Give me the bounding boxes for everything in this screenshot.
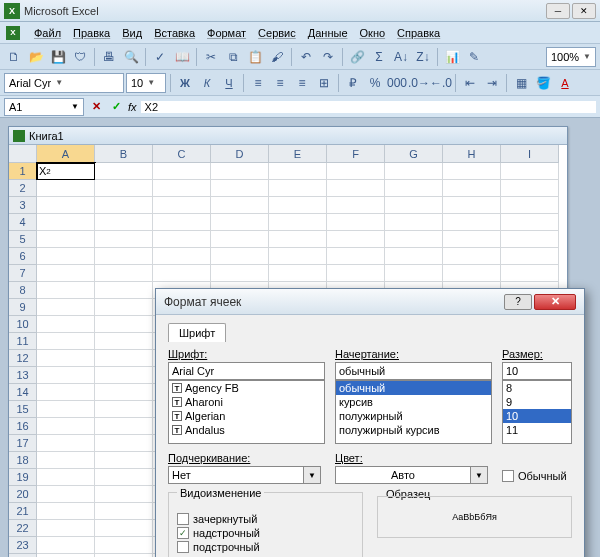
workbook-titlebar[interactable]: Книга1	[9, 127, 567, 145]
cell[interactable]	[443, 163, 501, 180]
menu-view[interactable]: Вид	[122, 27, 142, 39]
dialog-close-button[interactable]: ✕	[534, 294, 576, 310]
cell[interactable]	[501, 180, 559, 197]
decrease-indent-icon[interactable]: ⇤	[460, 73, 480, 93]
decrease-decimal-icon[interactable]: ←.0	[431, 73, 451, 93]
cell[interactable]	[95, 452, 153, 469]
cell[interactable]	[37, 503, 95, 520]
cell[interactable]	[269, 265, 327, 282]
cell[interactable]	[37, 384, 95, 401]
redo-icon[interactable]: ↷	[318, 47, 338, 67]
font-name-combo[interactable]: Arial Cyr▼	[4, 73, 124, 93]
cell[interactable]	[95, 520, 153, 537]
cell[interactable]	[95, 435, 153, 452]
cell[interactable]	[37, 520, 95, 537]
list-item[interactable]: полужирный курсив	[336, 423, 491, 437]
underline-dropdown[interactable]: ▼	[168, 466, 321, 484]
col-header[interactable]: I	[501, 145, 559, 163]
dropdown-arrow-icon[interactable]: ▼	[303, 466, 321, 484]
cell[interactable]	[95, 537, 153, 554]
cell[interactable]	[501, 214, 559, 231]
row-header[interactable]: 15	[9, 401, 37, 418]
cell[interactable]	[37, 248, 95, 265]
cell[interactable]	[327, 214, 385, 231]
autosum-icon[interactable]: Σ	[369, 47, 389, 67]
underline-icon[interactable]: Ч	[219, 73, 239, 93]
cell[interactable]	[269, 180, 327, 197]
format-painter-icon[interactable]: 🖌	[267, 47, 287, 67]
cell[interactable]	[95, 384, 153, 401]
font-size-combo[interactable]: 10▼	[126, 73, 166, 93]
row-header[interactable]: 12	[9, 350, 37, 367]
list-item[interactable]: 11	[503, 423, 571, 437]
cell[interactable]	[95, 248, 153, 265]
col-header[interactable]: B	[95, 145, 153, 163]
row-header[interactable]: 21	[9, 503, 37, 520]
cell[interactable]	[153, 214, 211, 231]
minimize-button[interactable]: ─	[546, 3, 570, 19]
name-box[interactable]: A1 ▼	[4, 98, 84, 116]
cell[interactable]	[211, 248, 269, 265]
font-color-icon[interactable]: A	[555, 73, 575, 93]
tab-font[interactable]: Шрифт	[168, 323, 226, 342]
cell[interactable]	[153, 180, 211, 197]
cell[interactable]	[37, 299, 95, 316]
row-header[interactable]: 6	[9, 248, 37, 265]
cell[interactable]	[37, 214, 95, 231]
list-item[interactable]: TAlgerian	[169, 409, 324, 423]
col-header[interactable]: A	[37, 145, 95, 163]
row-header[interactable]: 8	[9, 282, 37, 299]
row-header[interactable]: 11	[9, 333, 37, 350]
col-header[interactable]: H	[443, 145, 501, 163]
row-header[interactable]: 5	[9, 231, 37, 248]
cell[interactable]	[95, 503, 153, 520]
cell[interactable]	[37, 316, 95, 333]
font-listbox[interactable]: TAgency FBTAharoniTAlgerianTAndalus	[168, 380, 325, 444]
cell[interactable]	[385, 231, 443, 248]
cell[interactable]	[327, 180, 385, 197]
row-header[interactable]: 14	[9, 384, 37, 401]
row-header[interactable]: 16	[9, 418, 37, 435]
dialog-help-button[interactable]: ?	[504, 294, 532, 310]
list-item[interactable]: полужирный	[336, 409, 491, 423]
cell[interactable]	[37, 282, 95, 299]
cell[interactable]	[37, 333, 95, 350]
row-header[interactable]: 20	[9, 486, 37, 503]
list-item[interactable]: TAharoni	[169, 395, 324, 409]
excel-doc-icon[interactable]: X	[6, 26, 20, 40]
list-item[interactable]: 9	[503, 395, 571, 409]
cell[interactable]	[95, 418, 153, 435]
col-header[interactable]: F	[327, 145, 385, 163]
open-icon[interactable]: 📂	[26, 47, 46, 67]
cell[interactable]	[269, 163, 327, 180]
formula-input[interactable]: X2	[141, 101, 596, 113]
cell[interactable]	[95, 231, 153, 248]
align-center-icon[interactable]: ≡	[270, 73, 290, 93]
row-header[interactable]: 9	[9, 299, 37, 316]
row-header[interactable]: 18	[9, 452, 37, 469]
copy-icon[interactable]: ⧉	[223, 47, 243, 67]
select-all-corner[interactable]	[9, 145, 37, 163]
fill-color-icon[interactable]: 🪣	[533, 73, 553, 93]
cell[interactable]	[501, 163, 559, 180]
cell[interactable]	[443, 180, 501, 197]
color-dropdown[interactable]: ▼	[335, 466, 488, 484]
print-icon[interactable]: 🖶	[99, 47, 119, 67]
row-header[interactable]: 13	[9, 367, 37, 384]
cell[interactable]	[327, 231, 385, 248]
cell[interactable]	[269, 197, 327, 214]
col-header[interactable]: D	[211, 145, 269, 163]
col-header[interactable]: G	[385, 145, 443, 163]
cell[interactable]	[37, 231, 95, 248]
increase-indent-icon[interactable]: ⇥	[482, 73, 502, 93]
row-header[interactable]: 7	[9, 265, 37, 282]
menu-tools[interactable]: Сервис	[258, 27, 296, 39]
row-header[interactable]: 1	[9, 163, 37, 180]
cell[interactable]	[37, 350, 95, 367]
cell[interactable]	[501, 231, 559, 248]
menu-file[interactable]: Файл	[34, 27, 61, 39]
cell[interactable]	[211, 214, 269, 231]
cell[interactable]	[95, 401, 153, 418]
cell[interactable]	[37, 367, 95, 384]
align-right-icon[interactable]: ≡	[292, 73, 312, 93]
